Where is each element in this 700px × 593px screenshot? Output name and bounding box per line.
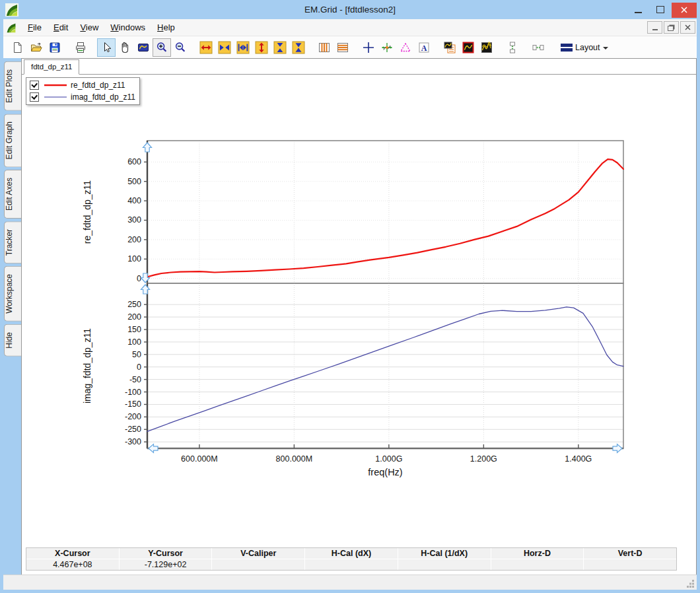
horizontal-spacing-button[interactable]: [529, 38, 547, 57]
horizontal-stripes-button[interactable]: [333, 38, 352, 57]
svg-text:0: 0: [137, 363, 141, 372]
vertical-stripes-button[interactable]: [315, 38, 333, 57]
menu-bar: File Edit View Windows Help: [3, 19, 697, 36]
status-value-h-cal-dx: [305, 559, 398, 570]
svg-text:300: 300: [127, 215, 141, 225]
toolbar: A Layout: [3, 36, 697, 59]
legend-checkbox-imag[interactable]: [30, 92, 39, 102]
status-header-row: X-Cursor Y-Cursor V-Caliper H-Cal (dX) H…: [26, 548, 676, 559]
zoom-window-button[interactable]: [134, 38, 153, 57]
show-legend-button[interactable]: [440, 38, 459, 57]
legend-line-sample-re: [44, 83, 67, 87]
fit-y-compress-button[interactable]: [289, 38, 308, 57]
zoom-out-icon: [174, 41, 187, 54]
legend-row: imag_fdtd_dp_z11: [28, 91, 135, 103]
title-bar: EM.Grid - [fdtdlesson2]: [0, 0, 700, 19]
mdi-close-button[interactable]: [680, 21, 695, 34]
mdi-restore-button[interactable]: [664, 21, 679, 34]
zoom-in-icon: [155, 41, 168, 54]
svg-text:500: 500: [127, 177, 141, 186]
window-title: EM.Grid - [fdtdlesson2]: [0, 5, 700, 15]
svg-text:600.000M: 600.000M: [181, 454, 218, 464]
client-area: Edit Plots Edit Graph Edit Axes Tracker …: [3, 58, 697, 575]
new-document-button[interactable]: [9, 38, 27, 57]
mdi-minimize-icon: [652, 29, 658, 30]
svg-text:imag_fdtd_dp_z11: imag_fdtd_dp_z11: [82, 328, 92, 403]
single-plot-button[interactable]: [459, 38, 477, 57]
menu-windows[interactable]: Windows: [104, 20, 151, 34]
svg-text:re_fdtd_dp_z11: re_fdtd_dp_z11: [82, 180, 92, 244]
svg-text:1.000G: 1.000G: [375, 454, 402, 464]
triangle-marker-button[interactable]: [396, 38, 415, 57]
cursor-status-bar: X-Cursor Y-Cursor V-Caliper H-Cal (dX) H…: [26, 547, 677, 571]
select-tool-button[interactable]: [97, 38, 116, 57]
svg-text:-50: -50: [129, 375, 141, 384]
sidebar-item-edit-plots[interactable]: Edit Plots: [4, 61, 21, 111]
fit-x-margins-button[interactable]: [234, 38, 252, 57]
compress-y-button[interactable]: [271, 38, 289, 57]
compress-x-button[interactable]: [215, 38, 234, 57]
select-arrow-icon: [100, 41, 113, 54]
svg-text:1.400G: 1.400G: [565, 454, 592, 464]
sidebar-item-hide[interactable]: Hide: [4, 324, 21, 357]
svg-text:100: 100: [127, 337, 141, 347]
svg-text:50: 50: [132, 350, 141, 359]
status-value-h-cal-1dx: [398, 559, 491, 570]
menu-edit[interactable]: Edit: [48, 20, 74, 34]
svg-text:1.200G: 1.200G: [470, 454, 497, 464]
chevron-down-icon: [603, 47, 608, 50]
text-label-button[interactable]: A: [415, 38, 433, 57]
mdi-restore-icon: [668, 26, 674, 31]
svg-text:freq(Hz): freq(Hz): [368, 467, 402, 477]
status-value-horz-d: [491, 559, 584, 570]
svg-text:200: 200: [127, 312, 141, 322]
status-value-x-cursor: 4.467e+08: [26, 559, 119, 570]
save-button[interactable]: [46, 38, 64, 57]
svg-text:150: 150: [127, 325, 141, 334]
legend-checkbox-re[interactable]: [30, 81, 39, 90]
plot-canvas[interactable]: 0100200300400500600re_fdtd_dp_z11-300-25…: [22, 59, 696, 546]
sidebar-item-tracker[interactable]: Tracker: [4, 221, 21, 263]
mdi-minimize-button[interactable]: [647, 21, 662, 34]
svg-text:200: 200: [127, 235, 141, 244]
pan-tool-button[interactable]: [116, 38, 134, 57]
svg-text:-150: -150: [125, 400, 141, 409]
status-header: Vert-D: [584, 548, 676, 559]
status-value-row: 4.467e+08 -7.129e+02: [26, 559, 676, 570]
svg-text:-100: -100: [125, 388, 141, 397]
svg-text:A: A: [421, 43, 427, 52]
svg-text:-300: -300: [125, 437, 141, 446]
layout-dropdown[interactable]: Layout: [557, 41, 612, 54]
svg-text:400: 400: [127, 196, 141, 205]
zoom-out-button[interactable]: [171, 38, 190, 57]
cross-icon: [362, 41, 375, 54]
sidebar-item-workspace[interactable]: Workspace: [4, 266, 21, 322]
document-logo-icon: [6, 22, 17, 33]
menu-help[interactable]: Help: [151, 20, 181, 34]
print-button[interactable]: [71, 38, 90, 57]
plot-document: fdtd_dp_z11 re_fdtd_dp_z11 imag_fdtd_dp_…: [21, 58, 697, 575]
layout-label: Layout: [575, 43, 600, 52]
zoom-in-button[interactable]: [153, 38, 171, 57]
layout-icon: [561, 43, 573, 52]
cross-cursor-button[interactable]: [359, 38, 378, 57]
status-value-vert-d: [584, 559, 676, 570]
legend-label-re: re_fdtd_dp_z11: [71, 81, 125, 90]
status-value-y-cursor: -7.129e+02: [120, 559, 212, 570]
status-header: Horz-D: [491, 548, 584, 559]
open-file-button[interactable]: [27, 38, 46, 57]
sidebar-item-edit-axes[interactable]: Edit Axes: [4, 170, 21, 219]
menu-file[interactable]: File: [22, 20, 48, 34]
vertical-spacing-button[interactable]: [503, 38, 522, 57]
menu-view[interactable]: View: [74, 20, 104, 34]
legend-line-sample-imag: [44, 95, 67, 99]
expand-y-button[interactable]: [252, 38, 271, 57]
resize-grip[interactable]: [685, 578, 695, 588]
status-header: H-Cal (dX): [305, 548, 398, 559]
multi-plot-button[interactable]: [477, 38, 496, 57]
expand-x-button[interactable]: [197, 38, 215, 57]
status-header: V-Caliper: [212, 548, 304, 559]
svg-text:600: 600: [127, 157, 141, 166]
axes-marker-button[interactable]: [378, 38, 396, 57]
sidebar-item-edit-graph[interactable]: Edit Graph: [4, 114, 21, 167]
